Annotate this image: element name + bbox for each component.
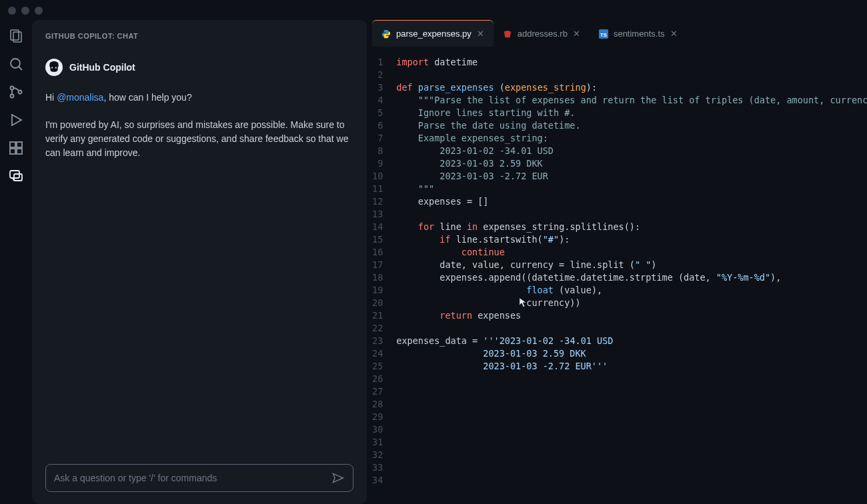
line-number: 3	[372, 81, 383, 94]
explorer-icon[interactable]	[7, 27, 25, 45]
code-line[interactable]: continue	[396, 246, 867, 259]
svg-point-6	[19, 91, 22, 94]
chat-panel-title: GITHUB COPILOT: CHAT	[45, 32, 353, 40]
svg-rect-11	[17, 149, 22, 154]
line-number: 4	[372, 94, 383, 107]
copilot-avatar-icon	[45, 59, 63, 76]
line-number: 29	[372, 411, 383, 423]
line-number: 13	[372, 208, 383, 221]
code-line[interactable]: expenses = []	[396, 195, 867, 208]
maximize-window-button[interactable]	[35, 7, 43, 15]
code-line[interactable]: currency))	[396, 297, 867, 309]
line-number: 18	[372, 271, 383, 284]
code-line[interactable]	[396, 398, 867, 411]
code-line[interactable]: Example expenses_string:	[396, 132, 867, 145]
tab-label: parse_expenses.py	[396, 29, 472, 39]
code-line[interactable]: def parse_expenses (expenses_string):	[396, 81, 867, 94]
line-number: 33	[372, 461, 383, 474]
code-line[interactable]	[396, 385, 867, 398]
line-number: 32	[372, 449, 383, 461]
minimize-window-button[interactable]	[21, 7, 29, 15]
line-number: 22	[372, 322, 383, 335]
run-debug-icon[interactable]	[7, 111, 25, 129]
code-content[interactable]: import datetimedef parse_expenses (expen…	[396, 56, 867, 504]
close-tab-icon[interactable]: ✕	[477, 29, 484, 39]
code-line[interactable]: Ignore lines starting with #.	[396, 107, 867, 119]
line-number: 26	[372, 373, 383, 385]
code-line[interactable]: 2023-01-03 2.59 DKK	[396, 347, 867, 360]
code-line[interactable]: expenses.append((datetime.datetime.strpt…	[396, 271, 867, 284]
line-number: 27	[372, 385, 383, 398]
chat-input[interactable]	[54, 473, 331, 483]
user-mention: @monalisa	[57, 92, 103, 103]
code-line[interactable]: """Parse the list of expenses and return…	[396, 94, 867, 107]
code-line[interactable]: float (value),	[396, 284, 867, 297]
code-line[interactable]	[396, 411, 867, 423]
code-line[interactable]: return expenses	[396, 309, 867, 322]
code-line[interactable]	[396, 423, 867, 436]
line-number: 15	[372, 233, 383, 246]
editor-tabs: parse_expenses.py✕addresses.rb✕TSsentime…	[372, 20, 867, 47]
code-line[interactable]: 2023-01-03 -2.72 EUR	[396, 170, 867, 183]
code-line[interactable]	[396, 461, 867, 474]
line-number: 6	[372, 119, 383, 132]
svg-line-3	[19, 67, 22, 70]
line-number: 5	[372, 107, 383, 119]
code-line[interactable]	[396, 322, 867, 335]
chat-input-container[interactable]	[45, 464, 353, 492]
code-line[interactable]: import datetime	[396, 56, 867, 69]
line-number: 34	[372, 474, 383, 487]
close-window-button[interactable]	[8, 7, 16, 15]
send-icon[interactable]	[331, 471, 345, 485]
svg-point-2	[11, 59, 20, 68]
chat-icon[interactable]	[7, 167, 25, 185]
svg-rect-13	[14, 174, 22, 181]
code-line[interactable]: 2023-01-03 -2.72 EUR'''	[396, 360, 867, 373]
tab-parse_expenses-py[interactable]: parse_expenses.py✕	[372, 20, 494, 47]
editor-area: parse_expenses.py✕addresses.rb✕TSsentime…	[372, 20, 867, 504]
tab-sentiments-ts[interactable]: TSsentiments.ts✕	[590, 20, 687, 47]
code-line[interactable]	[396, 69, 867, 81]
line-number: 28	[372, 398, 383, 411]
chat-greeting: Hi @monalisa, how can I help you?	[45, 91, 353, 105]
code-line[interactable]: date, value, currency = line.split (" ")	[396, 259, 867, 271]
line-number: 25	[372, 360, 383, 373]
window-traffic-lights	[8, 7, 43, 15]
py-file-icon	[381, 29, 391, 39]
mouse-cursor-icon	[519, 297, 528, 309]
code-editor[interactable]: 1234567891011121314151617181920212223242…	[372, 47, 867, 504]
svg-point-5	[11, 95, 14, 98]
line-number: 30	[372, 423, 383, 436]
code-line[interactable]: """	[396, 183, 867, 195]
code-line[interactable]	[396, 373, 867, 385]
svg-rect-10	[10, 149, 15, 154]
line-number: 21	[372, 309, 383, 322]
line-number: 11	[372, 183, 383, 195]
code-line[interactable]	[396, 474, 867, 487]
line-number: 10	[372, 170, 383, 183]
code-line[interactable]: Parse the date using datetime.	[396, 119, 867, 132]
code-line[interactable]: if line.startswith("#"):	[396, 233, 867, 246]
search-icon[interactable]	[7, 55, 25, 73]
svg-rect-8	[10, 142, 15, 147]
line-number: 17	[372, 259, 383, 271]
code-line[interactable]	[396, 449, 867, 461]
extensions-icon[interactable]	[7, 139, 25, 157]
close-tab-icon[interactable]: ✕	[670, 29, 678, 39]
code-line[interactable]: 2023-01-02 -34.01 USD	[396, 145, 867, 157]
ts-file-icon: TS	[599, 29, 608, 39]
code-line[interactable]	[396, 436, 867, 449]
code-line[interactable]: for line in expenses_string.splitlines()…	[396, 221, 867, 233]
chat-disclaimer: I'm powered by AI, so surprises and mist…	[45, 118, 353, 160]
code-line[interactable]: expenses_data = '''2023-01-02 -34.01 USD	[396, 335, 867, 347]
line-number: 12	[372, 195, 383, 208]
line-number: 8	[372, 145, 383, 157]
code-line[interactable]: 2023-01-03 2.59 DKK	[396, 157, 867, 170]
svg-marker-7	[12, 115, 21, 125]
source-control-icon[interactable]	[7, 83, 25, 101]
code-line[interactable]	[396, 208, 867, 221]
svg-point-4	[11, 87, 14, 90]
tab-addresses-rb[interactable]: addresses.rb✕	[494, 20, 590, 47]
close-tab-icon[interactable]: ✕	[573, 29, 580, 39]
line-number: 14	[372, 221, 383, 233]
